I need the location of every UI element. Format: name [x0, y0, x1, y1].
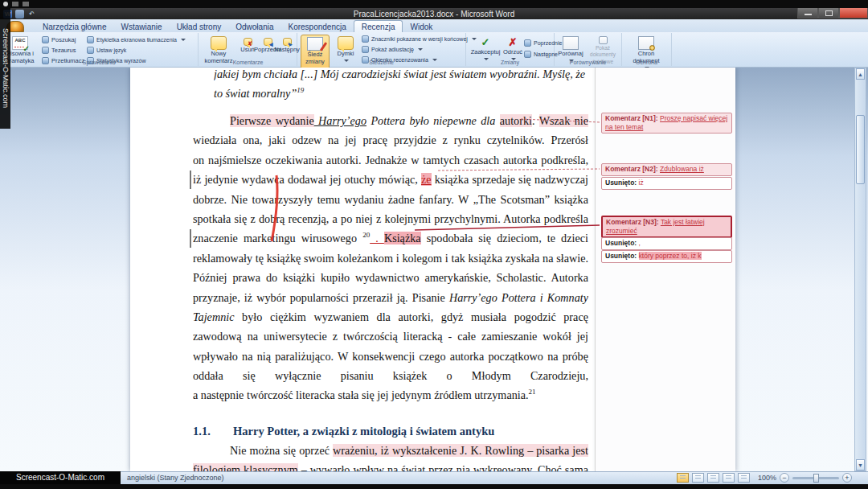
text-line: on najśmielsze oczekiwania autorki. Jedn… — [193, 150, 588, 170]
document-page[interactable]: jakiej bym chciała [...] Mój czarodziejs… — [130, 68, 595, 471]
next-comment-button[interactable]: ▸ Następny — [276, 36, 297, 54]
next-change-icon — [524, 51, 531, 58]
text-line: a następnie twórczość literacka stała si… — [193, 385, 588, 405]
next-change-button[interactable]: Następne — [524, 51, 558, 58]
quote-line: to świat moralny” — [214, 87, 297, 100]
protect-document-button[interactable]: Chroń dokument — [628, 35, 664, 72]
view-draft-button[interactable] — [738, 473, 750, 483]
deletion-text: , — [639, 239, 641, 247]
view-web-layout-button[interactable] — [707, 473, 719, 483]
compare-icon — [563, 36, 579, 50]
display-for-review-dropdown[interactable]: Znaczniki pokazane w wersji końcowej — [362, 35, 477, 43]
tab-korespondencja[interactable]: Korespondencja — [280, 21, 353, 32]
tab-widok[interactable]: Widok — [403, 21, 440, 32]
tab-wstawianie[interactable]: Wstawianie — [114, 21, 170, 32]
group-label-comments: Komentarze — [199, 60, 297, 65]
minimize-button[interactable] — [797, 8, 818, 18]
text-line: zawodową na uniwersytecie z twórczością … — [193, 327, 588, 346]
zoom-slider[interactable] — [792, 477, 839, 479]
show-source-documents-icon — [599, 36, 608, 44]
comment-balloon-n1[interactable]: Komentarz [N1]: Proszę napisać więcej na… — [601, 113, 732, 134]
heading-number: 1.1. — [193, 423, 233, 439]
group-tracking: Śledź zmiany Dymki Znaczniki pokazane w … — [297, 33, 466, 66]
show-markup-icon — [362, 46, 369, 53]
protect-document-icon — [638, 36, 654, 50]
set-language-button[interactable]: Ustaw język — [87, 47, 126, 54]
previous-change-icon — [524, 39, 531, 47]
scrollbar-thumb[interactable] — [856, 115, 865, 184]
arrow-down-icon: ▼ — [858, 462, 863, 468]
deletion-balloon-1[interactable]: Usunięto: iż — [601, 177, 732, 190]
zoom-slider-thumb[interactable] — [813, 474, 819, 483]
tab-narzedzia-glowne[interactable]: Narzędzia główne — [35, 21, 114, 32]
research-button[interactable]: Poszukaj — [42, 36, 76, 43]
text-line: oddała się wyłącznie pisaniu książek o M… — [193, 366, 588, 385]
text-line: iż jedynie wydawca dodawał jej otuchy mó… — [193, 170, 588, 189]
deletion-label: Usunięto: — [605, 252, 637, 260]
dropdown-arrow-icon — [418, 48, 423, 51]
tab-uklad-strony[interactable]: Układ strony — [170, 21, 229, 32]
view-outline-button[interactable] — [723, 473, 735, 483]
text-line: wpływało na nią paraliżująco. W konsekwe… — [193, 347, 588, 366]
text-line: znaczenie marketingu wirusowego 20 . Ksi… — [193, 228, 588, 248]
delete-comment-icon: ✗ — [244, 38, 252, 46]
tab-recenzja[interactable]: Recenzja — [354, 20, 403, 32]
dropdown-arrow-icon — [181, 39, 186, 41]
record-icon[interactable] — [3, 2, 8, 6]
tab-odwolania[interactable]: Odwołania — [228, 21, 280, 32]
text-line: Pierwsze wydanie Harry’ego Pottera było … — [193, 111, 588, 130]
text-line: Tajemnic było ciężkim wyzwaniem dla auto… — [193, 307, 588, 327]
thesaurus-button[interactable]: Tezaurus — [42, 47, 76, 54]
watermark-vertical: Screencast-O-Matic.com — [0, 8, 10, 129]
show-markup-button[interactable]: Pokaż adiustację — [362, 46, 423, 53]
deletion-label: Usunięto: — [605, 239, 637, 247]
deletion-balloon-2[interactable]: Usunięto: , — [601, 237, 732, 250]
footnote-ref: 20 — [362, 232, 370, 240]
group-label-changes: Zmiany — [466, 60, 554, 65]
text-line: spotkała się z dobrą recenzją, a po niej… — [193, 209, 588, 228]
scroll-down-button[interactable]: ▼ — [856, 459, 865, 471]
screentip-icon — [87, 36, 94, 43]
heading-text: Harry Potter, a związki z mitologią i św… — [233, 425, 494, 438]
group-label-tracking: Śledzenie — [297, 60, 465, 65]
comment-label: Komentarz [N3]: — [606, 218, 659, 226]
stop-icon[interactable] — [23, 2, 29, 6]
close-button[interactable] — [839, 8, 868, 18]
comment-balloon-n2[interactable]: Komentarz [N2]: Zdublowana iż — [601, 163, 732, 176]
vertical-scrollbar[interactable]: ▲ ▼ — [854, 68, 866, 471]
arrow-up-icon: ▲ — [858, 72, 863, 77]
text-line: filologiem klasycznym – wywarło wpływ na… — [193, 460, 588, 471]
zoom-out-button[interactable]: − — [780, 473, 789, 483]
comment-balloon-n3-selected[interactable]: Komentarz [N3]: Tak jest łatwiej zrozumi… — [601, 216, 732, 238]
group-proofing: ABC✓ Pisownia i gramatyka Poszukaj Tezau… — [0, 33, 199, 66]
zoom-level[interactable]: 100% — [758, 474, 776, 482]
scroll-up-button[interactable]: ▲ — [856, 68, 865, 80]
text-line: przyznaje, iż wybór popularności przeraz… — [193, 288, 588, 307]
quote-line: jakiej bym chciała [...] Mój czarodziejs… — [214, 68, 585, 84]
watermark-bottom: Screencast-O-Matic.com — [0, 471, 121, 485]
group-label-protect: Ochrona — [622, 60, 671, 65]
status-right-controls: 100% − + — [677, 473, 852, 483]
text-line: wiedziała ona, jaki odzew na jej pracę p… — [193, 130, 588, 150]
language-icon — [87, 47, 94, 54]
accept-button[interactable]: ✓ Zaakceptuj — [469, 35, 502, 63]
restore-button[interactable] — [818, 8, 839, 18]
display-for-review-icon — [362, 35, 369, 43]
view-print-layout-button[interactable] — [677, 473, 689, 483]
view-fullscreen-button[interactable] — [692, 473, 704, 483]
comment-label: Komentarz [N1]: — [605, 114, 658, 122]
translation-screentip-button[interactable]: Etykietka ekranowa tłumaczenia — [87, 36, 186, 43]
window-buttons — [797, 8, 868, 19]
deletion-text: który poprzez to, iż k — [639, 252, 702, 260]
thesaurus-icon — [42, 47, 49, 54]
document-text-column: jakiej bym chciała [...] Mój czarodziejs… — [193, 68, 588, 471]
deletion-label: Usunięto: — [605, 179, 637, 187]
zoom-in-button[interactable]: + — [842, 473, 852, 483]
status-language[interactable]: angielski (Stany Zjednoczone) — [127, 474, 224, 482]
close-icon — [840, 8, 867, 18]
deletion-balloon-3[interactable]: Usunięto: który poprzez to, iż k — [601, 250, 732, 263]
paragraph-2: Nie można się oprzeć wrażeniu, iż wykszt… — [193, 441, 588, 471]
pause-icon[interactable] — [12, 2, 18, 6]
accept-check-icon: ✓ — [481, 36, 490, 48]
reject-button[interactable]: ✗ Odrzuć — [502, 35, 524, 63]
